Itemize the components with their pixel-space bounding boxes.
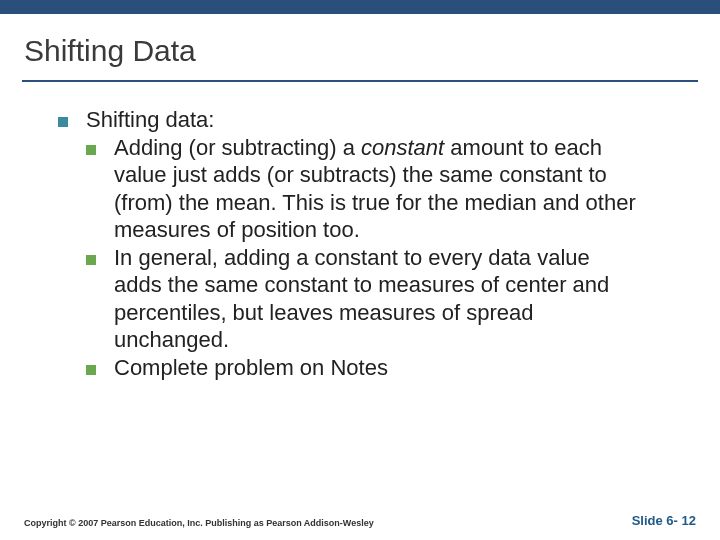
slide-content: Shifting data: Adding (or subtracting) a… xyxy=(0,82,680,381)
bullet-text-pre: Complete problem on Notes xyxy=(114,355,388,380)
bullet-level2: In general, adding a constant to every d… xyxy=(86,244,642,354)
bullet-text-pre: In general, adding a constant to every d… xyxy=(114,245,609,353)
square-bullet-icon xyxy=(86,255,96,265)
slide-number: Slide 6- 12 xyxy=(632,513,696,528)
bullet-text-em: constant xyxy=(361,135,444,160)
square-bullet-icon xyxy=(86,365,96,375)
square-bullet-icon xyxy=(58,117,68,127)
copyright-text: Copyright © 2007 Pearson Education, Inc.… xyxy=(24,518,374,528)
square-bullet-icon xyxy=(86,145,96,155)
bullet-level2: Adding (or subtracting) a constant amoun… xyxy=(86,134,642,244)
slide-title: Shifting Data xyxy=(24,34,696,68)
title-area: Shifting Data xyxy=(0,14,720,76)
slide-footer: Copyright © 2007 Pearson Education, Inc.… xyxy=(0,513,720,528)
bullet-text-pre: Adding (or subtracting) a xyxy=(114,135,361,160)
bullet-level1: Shifting data: Adding (or subtracting) a… xyxy=(58,106,642,381)
top-accent-bar xyxy=(0,0,720,14)
bullet-level1-text: Shifting data: xyxy=(86,107,214,132)
bullet-level2: Complete problem on Notes xyxy=(86,354,642,382)
